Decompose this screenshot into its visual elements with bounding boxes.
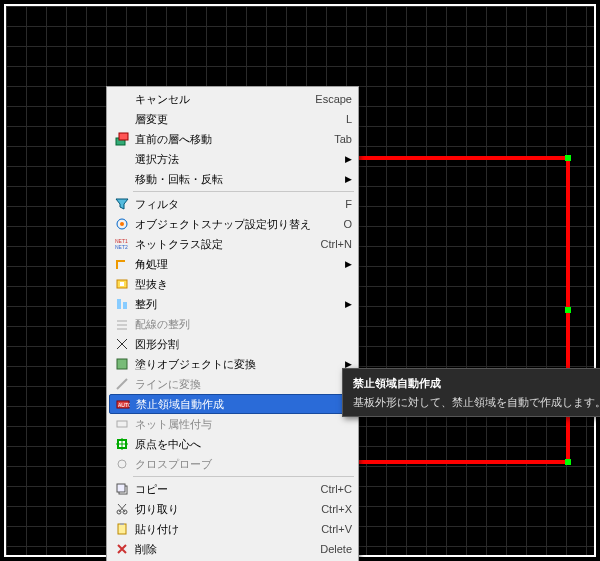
svg-rect-17 [117, 484, 125, 492]
split-icon [113, 336, 131, 352]
menu-item-label: 切り取り [131, 502, 315, 517]
toline-icon [113, 376, 131, 392]
svg-rect-20 [118, 524, 126, 534]
menu-item-label: 移動・回転・反転 [131, 172, 342, 187]
board-outline[interactable] [326, 156, 570, 464]
menu-item[interactable]: キャンセルEscape [109, 89, 356, 109]
menu-item[interactable]: コピーCtrl+C [109, 479, 356, 499]
menu-item-shortcut: Ctrl+C [315, 483, 352, 495]
menu-item[interactable]: NET1NET2ネットクラス設定Ctrl+N [109, 234, 356, 254]
svg-rect-9 [123, 302, 127, 309]
menu-item-shortcut: Escape [309, 93, 352, 105]
menu-item-shortcut: Tab [328, 133, 352, 145]
menu-item-shortcut: Delete [314, 543, 352, 555]
menu-item-label: 原点を中心へ [131, 437, 352, 452]
svg-point-3 [120, 222, 124, 226]
tooltip-title: 禁止領域自動作成 [353, 375, 600, 392]
menu-item-label: 選択方法 [131, 152, 342, 167]
menu-item[interactable]: フィルタF [109, 194, 356, 214]
menu-item[interactable]: 図形分割 [109, 334, 356, 354]
paste-icon [113, 521, 131, 537]
wirealign-icon [113, 316, 131, 332]
menu-item[interactable]: 層変更L [109, 109, 356, 129]
netattr-icon [113, 416, 131, 432]
menu-item-label: オブジェクトスナップ設定切り替え [131, 217, 337, 232]
menu-item[interactable]: 選択方法▶ [109, 149, 356, 169]
tooltip-body: 基板外形に対して、禁止領域を自動で作成します。 [353, 394, 600, 411]
menu-item-label: 禁止領域自動作成 [132, 397, 351, 412]
handle-tr[interactable] [565, 155, 571, 161]
menu-item[interactable]: 整列▶ [109, 294, 356, 314]
handle-r[interactable] [565, 307, 571, 313]
menu-item-label: 型抜き [131, 277, 352, 292]
funnel-icon [113, 196, 131, 212]
svg-rect-13 [117, 421, 127, 427]
menu-item[interactable]: 移動・回転・反転▶ [109, 169, 356, 189]
menu-item[interactable]: 切り取りCtrl+X [109, 499, 356, 519]
menu-item-shortcut: Ctrl+N [315, 238, 352, 250]
menu-item[interactable]: 型抜き [109, 274, 356, 294]
menu-item-label: 層変更 [131, 112, 340, 127]
tooltip: 禁止領域自動作成 基板外形に対して、禁止領域を自動で作成します。 [342, 368, 600, 417]
menu-item[interactable]: 角処理▶ [109, 254, 356, 274]
menu-item: ラインに変換 [109, 374, 356, 394]
copy-icon [113, 481, 131, 497]
delete-icon [113, 541, 131, 557]
svg-rect-10 [117, 359, 127, 369]
menu-item-label: 図形分割 [131, 337, 352, 352]
menu-item-shortcut: O [337, 218, 352, 230]
menu-item[interactable]: オブジェクトスナップ設定切り替えO [109, 214, 356, 234]
menu-item-label: ネットクラス設定 [131, 237, 315, 252]
menu-item: クロスプローブ [109, 454, 356, 474]
no-icon [113, 171, 131, 187]
menu-item-label: クロスプローブ [131, 457, 352, 472]
menu-item: 配線の整列 [109, 314, 356, 334]
menu-item-shortcut: Ctrl+X [315, 503, 352, 515]
menu-item-label: 整列 [131, 297, 342, 312]
cut-icon [113, 501, 131, 517]
menu-item-label: ラインに変換 [131, 377, 352, 392]
keepout-icon: AUTO [114, 396, 132, 412]
menu-item-label: コピー [131, 482, 315, 497]
menu-item-label: 削除 [131, 542, 314, 557]
punch-icon [113, 276, 131, 292]
submenu-arrow-icon: ▶ [342, 259, 352, 269]
menu-item-label: 角処理 [131, 257, 342, 272]
svg-rect-8 [117, 299, 121, 309]
menu-item[interactable]: 直前の層へ移動Tab [109, 129, 356, 149]
menu-item: ネット属性付与 [109, 414, 356, 434]
menu-separator [133, 191, 354, 192]
editor-viewport: キャンセルEscape層変更L直前の層へ移動Tab選択方法▶移動・回転・反転▶フ… [4, 4, 596, 557]
fill-icon [113, 356, 131, 372]
submenu-arrow-icon: ▶ [342, 154, 352, 164]
submenu-arrow-icon: ▶ [342, 174, 352, 184]
menu-item-shortcut: F [339, 198, 352, 210]
no-icon [113, 151, 131, 167]
menu-item-label: 塗りオブジェクトに変換 [131, 357, 342, 372]
menu-item[interactable]: 貼り付けCtrl+V [109, 519, 356, 539]
svg-rect-21 [120, 523, 124, 525]
context-menu: キャンセルEscape層変更L直前の層へ移動Tab選択方法▶移動・回転・反転▶フ… [106, 86, 359, 561]
svg-rect-7 [120, 282, 124, 286]
corner-icon [113, 256, 131, 272]
snap-icon [113, 216, 131, 232]
menu-item-label: フィルタ [131, 197, 339, 212]
menu-item-shortcut: Ctrl+V [315, 523, 352, 535]
menu-item[interactable]: AUTO禁止領域自動作成 [109, 394, 356, 414]
menu-item-shortcut: L [340, 113, 352, 125]
menu-item-label: 貼り付け [131, 522, 315, 537]
menu-item-label: キャンセル [131, 92, 309, 107]
no-icon [113, 91, 131, 107]
no-icon [113, 111, 131, 127]
menu-item[interactable]: 原点を中心へ [109, 434, 356, 454]
submenu-arrow-icon: ▶ [342, 299, 352, 309]
svg-point-15 [118, 460, 126, 468]
align-icon [113, 296, 131, 312]
menu-item-label: ネット属性付与 [131, 417, 352, 432]
layer-icon [113, 131, 131, 147]
netclass-icon: NET1NET2 [113, 236, 131, 252]
probe-icon [113, 456, 131, 472]
handle-br[interactable] [565, 459, 571, 465]
menu-item[interactable]: 塗りオブジェクトに変換▶ [109, 354, 356, 374]
menu-item[interactable]: 削除Delete [109, 539, 356, 559]
